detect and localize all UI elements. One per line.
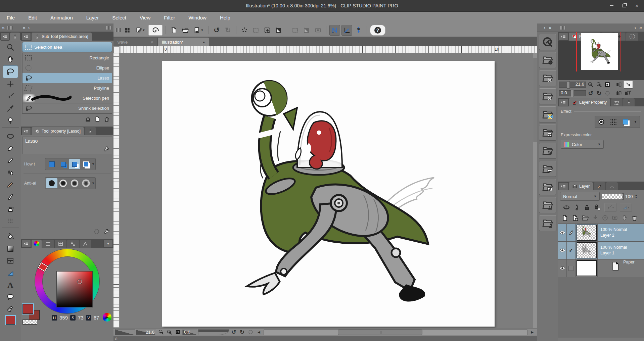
menu-select[interactable]: Select [112, 15, 126, 20]
snap-to-special-ruler-icon[interactable] [341, 25, 352, 36]
menu-animation[interactable]: Animation [50, 15, 73, 20]
layer-row-layer-1[interactable]: ✓ 100 % Normal Layer 1 [558, 242, 644, 259]
new-raster-layer-icon[interactable] [561, 214, 568, 222]
color-set-tab[interactable] [55, 240, 66, 248]
actual-size-icon[interactable] [624, 81, 633, 89]
material-image-folder[interactable] [539, 161, 556, 177]
rotation-slider[interactable]: 0.0 [182, 330, 197, 335]
tool-panel-menu-button[interactable] [1, 33, 9, 41]
anti-aliasing-dropdown-icon[interactable]: ▼ [92, 182, 95, 185]
anti-aliasing-medium[interactable] [69, 178, 80, 188]
figure-tool[interactable] [3, 130, 18, 142]
open-clip-studio-icon[interactable]: ▼ [134, 25, 147, 35]
layer-panel-menu-button[interactable] [559, 182, 568, 190]
frame-border-tool[interactable] [3, 255, 18, 267]
color-tabs-overflow-icon[interactable]: ▼ [103, 240, 113, 248]
open-file-icon[interactable] [180, 25, 190, 35]
anti-aliasing-strong[interactable] [80, 178, 92, 188]
collapse-left-icon[interactable]: « [23, 25, 26, 30]
anti-aliasing-none[interactable] [46, 178, 57, 188]
airbrush-tool[interactable] [3, 203, 18, 215]
material-manga-material-folder[interactable] [539, 88, 556, 104]
text-tool[interactable]: A [3, 279, 18, 291]
reselect-icon[interactable] [251, 25, 261, 35]
how-to-add-selection[interactable] [57, 159, 69, 169]
expression-color-dropdown[interactable]: Color ▼ [561, 140, 604, 149]
fit-to-screen-icon[interactable] [174, 329, 181, 336]
main-color-swatch[interactable] [22, 304, 33, 314]
subtool-panel-menu-button[interactable] [21, 33, 31, 41]
scale-rotate-icon[interactable] [290, 25, 300, 35]
maximize-button[interactable] [620, 2, 628, 8]
deselect-icon[interactable] [239, 25, 249, 35]
delete-subtool-icon[interactable] [103, 116, 110, 123]
layer-anim-tab[interactable] [606, 182, 618, 190]
information-tab[interactable]: i [626, 33, 638, 41]
zoom-slider-ramp[interactable] [115, 329, 135, 335]
flip-horizontal-icon[interactable] [615, 81, 623, 88]
tone-tab[interactable] [611, 98, 623, 106]
menu-view[interactable]: View [140, 15, 150, 20]
blend-tool[interactable] [3, 166, 18, 179]
toolprop-panel-tab[interactable]: Tool property [Lasso] [32, 127, 84, 135]
rotate-right-icon[interactable]: ↻ [238, 329, 246, 336]
transparent-color-swatch[interactable] [22, 320, 37, 325]
layer-row-paper[interactable]: Paper [558, 259, 644, 277]
arrow-left-icon[interactable]: ‹ [635, 25, 636, 30]
canvas-viewport[interactable] [120, 53, 533, 328]
navigator-zoom-in-icon[interactable] [595, 81, 603, 88]
layer-1-thumbnail[interactable] [577, 242, 597, 258]
hue-ring[interactable] [35, 249, 99, 313]
subtool-item-lasso[interactable]: Lasso [22, 73, 112, 83]
brush-tool[interactable] [3, 179, 18, 191]
arrow-left-icon[interactable]: ‹ [28, 25, 30, 30]
balloon-tool[interactable] [3, 291, 18, 303]
fill-tool[interactable] [3, 231, 18, 243]
decoration-tool[interactable] [3, 215, 18, 227]
intermediate-color-tab[interactable] [67, 240, 79, 248]
selection-tool-selected[interactable] [3, 65, 18, 78]
scroll-right-icon[interactable]: ▶ [528, 329, 536, 336]
layer-1-name[interactable]: Layer 1 [600, 250, 614, 256]
horizontal-scrollbar[interactable] [264, 329, 527, 335]
snap-to-ruler-icon[interactable] [329, 25, 340, 36]
subtool-item-rectangle[interactable]: Rectangle [22, 53, 112, 63]
fill-selection-icon[interactable] [262, 25, 272, 35]
layerprop-tool-tab[interactable] [623, 98, 635, 106]
transfer-to-lower-layer-icon[interactable] [592, 214, 599, 221]
layer-row-layer-2[interactable]: 100 % Normal Layer 2 [558, 224, 644, 242]
collapse-left-icon[interactable]: « [2, 25, 5, 30]
subtool-item-shrink-selection[interactable]: Shrink selection [22, 103, 112, 113]
effect-dropdown-icon[interactable]: ▼ [632, 120, 639, 124]
tone-effect-icon[interactable] [608, 117, 619, 127]
new-vector-layer-icon[interactable] [571, 214, 579, 222]
layer-color-effect-icon[interactable] [620, 117, 631, 127]
navigator-preview[interactable] [558, 41, 644, 80]
reset-settings-icon[interactable] [93, 228, 100, 235]
help-icon[interactable]: ? [370, 25, 385, 36]
anti-aliasing-weak[interactable] [57, 178, 69, 188]
lock-layer-icon[interactable] [584, 204, 590, 211]
zoom-slider[interactable]: 21.6 [136, 330, 156, 335]
layerprop-panel-menu-button[interactable] [559, 98, 568, 106]
menu-help[interactable]: Help [220, 15, 230, 20]
navigator-rotation-slider[interactable]: 0.0 [559, 90, 586, 96]
navigator-zoom-out-icon[interactable] [587, 81, 594, 88]
layer-2-thumbnail[interactable] [577, 225, 597, 241]
reset-rotate-left-icon[interactable] [615, 90, 623, 97]
horizontal-scrollbar-thumb[interactable] [338, 330, 423, 335]
navigator-rotate-right-icon[interactable]: ↻ [595, 90, 603, 97]
saturation-value-square[interactable] [56, 271, 93, 307]
invert-selection-icon[interactable] [274, 25, 284, 35]
crop-icon[interactable] [313, 25, 323, 35]
clip-studio-spiral-icon[interactable] [148, 25, 163, 36]
blend-mode-dropdown[interactable]: Normal ▼ [560, 192, 600, 201]
draft-layer-icon[interactable]: ▼ [604, 203, 616, 212]
close-button[interactable]: × [633, 2, 641, 8]
navigator-thumbnail[interactable] [581, 41, 618, 70]
panel-grip[interactable] [106, 26, 111, 30]
menu-edit[interactable]: Edit [28, 15, 37, 20]
opacity-spin-down-icon[interactable]: ▼ [635, 196, 638, 199]
expand-up-icon[interactable]: « [114, 337, 119, 339]
reset-rotate-right-icon[interactable] [624, 90, 631, 97]
